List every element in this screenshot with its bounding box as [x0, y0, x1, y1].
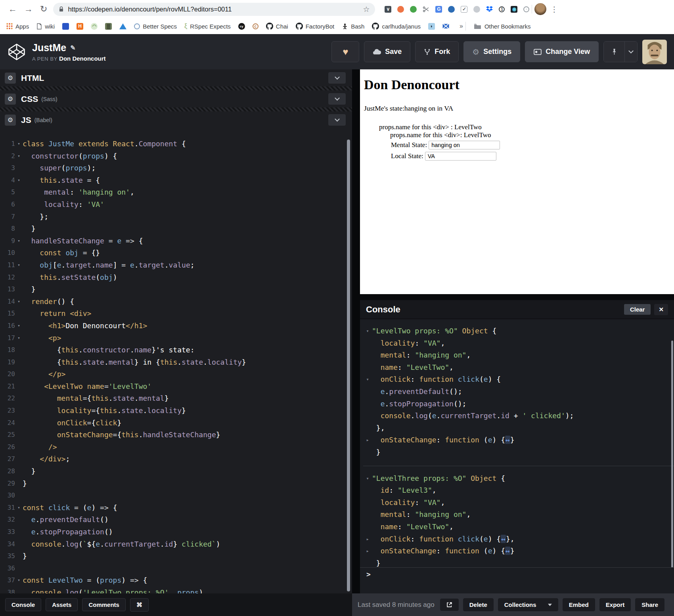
love-button[interactable]: ♥	[331, 41, 359, 62]
bookmark-item[interactable]: Better Specs	[134, 23, 177, 30]
bookmark-item[interactable]	[119, 23, 126, 29]
bookmark-item[interactable]: ξRSpec Expects	[184, 23, 231, 30]
console-scrollbar[interactable]	[671, 341, 673, 580]
back-icon[interactable]: ←	[8, 4, 17, 14]
pen-author[interactable]: Don Denoncourt	[59, 55, 106, 62]
pocket-extension-icon[interactable]: ∨	[385, 6, 391, 13]
fold-arrow-icon[interactable]: ▾	[15, 174, 23, 187]
user-avatar[interactable]	[642, 40, 667, 64]
browser-profile-avatar[interactable]	[534, 3, 546, 15]
scissors-extension-icon[interactable]	[423, 6, 429, 13]
code-line[interactable]: 10 const obj = {}	[0, 247, 352, 259]
code-line[interactable]: 19 {this.state.mental} in {this.state.lo…	[0, 356, 352, 369]
orange-extension-icon[interactable]	[397, 6, 404, 13]
bookmark-item[interactable]	[442, 23, 449, 29]
codepen-logo[interactable]	[7, 42, 26, 61]
code-line[interactable]: 6 locality: 'VA'	[0, 199, 352, 211]
code-line[interactable]: 21 <LevelTwo name='LevelTwo'	[0, 381, 352, 393]
export-button[interactable]: Export	[599, 598, 631, 611]
reload-icon[interactable]: ↻	[40, 4, 47, 14]
code-line[interactable]: 4▾ this.state = {	[0, 174, 352, 187]
code-line[interactable]: 31▾const click = (e) => {	[0, 502, 352, 514]
fold-arrow-icon[interactable]: ▾	[15, 296, 23, 308]
bookmark-item[interactable]: Chai	[266, 23, 288, 30]
delete-button[interactable]: Delete	[463, 598, 494, 611]
local-state-input[interactable]	[425, 152, 496, 161]
evernote-extension-icon[interactable]	[410, 6, 417, 13]
dropbox-extension-icon[interactable]	[486, 6, 493, 12]
code-line[interactable]: 33 e.stopPropagation()	[0, 526, 352, 538]
fold-arrow-icon[interactable]: ▾	[15, 332, 23, 344]
js-collapse-button[interactable]	[328, 114, 346, 126]
fork-button[interactable]: Fork	[415, 41, 459, 62]
embed-button[interactable]: Embed	[563, 598, 595, 611]
code-line[interactable]: 20 </p>	[0, 368, 352, 381]
code-line[interactable]: 15 return <div>	[0, 308, 352, 320]
code-line[interactable]: 24 onClick={click}	[0, 417, 352, 429]
edit-pencil-icon[interactable]: ✎	[70, 44, 75, 52]
code-line[interactable]: 7 };	[0, 211, 352, 223]
mental-state-input[interactable]	[429, 141, 500, 149]
code-line[interactable]: 29}	[0, 478, 352, 490]
code-line[interactable]: 2▾ constructor(props) {	[0, 150, 352, 163]
bookmark-item[interactable]: ◗	[428, 23, 435, 30]
code-line[interactable]: 35}	[0, 550, 352, 562]
expand-toggle-icon[interactable]: ▾	[363, 373, 372, 386]
pin-button[interactable]	[604, 42, 624, 62]
code-line[interactable]: 25 onStateChange={this.handleStateChange…	[0, 429, 352, 441]
code-line[interactable]: 32 e.preventDefault()	[0, 514, 352, 526]
address-bar[interactable]: https://codepen.io/denoncourt/pen/rovMLL…	[53, 3, 375, 16]
assets-button[interactable]: Assets	[46, 598, 78, 611]
fold-arrow-icon[interactable]: ▾	[15, 320, 23, 332]
code-line[interactable]: 17▾ <p>	[0, 332, 352, 344]
bookmark-item[interactable]: ▓	[105, 23, 112, 30]
expand-toggle-icon[interactable]: ▾	[363, 473, 372, 485]
code-line[interactable]: 22 mental={this.state.mental}	[0, 392, 352, 405]
js-settings-gear-icon[interactable]: ⚙	[5, 115, 16, 126]
code-line[interactable]: 1▾class JustMe extends React.Component {	[0, 138, 352, 150]
bookmarks-overflow-icon[interactable]: »	[460, 23, 463, 30]
change-view-button[interactable]: Change View	[525, 41, 599, 62]
html-settings-gear-icon[interactable]: ⚙	[5, 73, 16, 84]
js-code-editor[interactable]: 1▾class JustMe extends React.Component {…	[0, 128, 352, 595]
code-line[interactable]: 13 }	[0, 283, 352, 296]
code-line[interactable]: 36	[0, 562, 352, 575]
code-line[interactable]: 18 {this.constructor.name}'s state:	[0, 344, 352, 356]
pin-dropdown-button[interactable]	[624, 42, 637, 62]
code-line[interactable]: 28 }	[0, 465, 352, 478]
code-line[interactable]: 11▾ obj[e.target.name] = e.target.value;	[0, 259, 352, 272]
forward-icon[interactable]: →	[24, 4, 33, 14]
fold-arrow-icon[interactable]: ▾	[15, 502, 23, 514]
gray-extension-icon[interactable]	[473, 6, 480, 13]
css-collapse-button[interactable]	[328, 93, 346, 105]
bookmark-item[interactable]: FactoryBot	[296, 23, 335, 30]
fold-arrow-icon[interactable]: ▾	[15, 138, 23, 150]
bookmark-item[interactable]: Bash	[342, 23, 364, 30]
browser-menu-icon[interactable]: ⋮	[550, 5, 558, 14]
save-button[interactable]: Save	[364, 41, 410, 62]
fold-arrow-icon[interactable]: ▾	[15, 259, 23, 272]
expand-toggle-icon[interactable]: ▸	[363, 533, 372, 545]
bookmark-item[interactable]: cy	[238, 23, 245, 30]
fold-arrow-icon[interactable]: ▾	[15, 235, 23, 247]
bookmark-item[interactable]: ◠	[91, 23, 98, 30]
open-live-view-button[interactable]	[440, 599, 459, 611]
code-line[interactable]: 37▾const LevelTwo = (props) => {	[0, 574, 352, 587]
bookmark-item[interactable]	[62, 23, 69, 30]
fold-arrow-icon[interactable]: ▾	[15, 150, 23, 163]
editor-scrollbar[interactable]	[347, 140, 350, 591]
keyboard-shortcuts-button[interactable]: ⌘	[130, 598, 149, 612]
fold-arrow-icon[interactable]: ▾	[15, 574, 23, 587]
code-line[interactable]: 5 mental: 'hanging on',	[0, 186, 352, 199]
bookmark-item[interactable]: H	[77, 23, 83, 30]
onepassword-extension-icon[interactable]: 1	[499, 6, 505, 12]
comments-button[interactable]: Comments	[82, 598, 126, 611]
code-line[interactable]: 26 />	[0, 441, 352, 453]
code-line[interactable]: 23 locality={this.state.locality}	[0, 405, 352, 417]
console-clear-button[interactable]: Clear	[624, 304, 651, 315]
bookmark-item[interactable]: wiki	[36, 23, 55, 30]
code-line[interactable]: 27 </div>;	[0, 453, 352, 465]
expand-toggle-icon[interactable]: ▸	[363, 434, 372, 446]
translate-extension-icon[interactable]: G	[435, 6, 442, 13]
code-line[interactable]: 12 this.setState(obj)	[0, 272, 352, 284]
